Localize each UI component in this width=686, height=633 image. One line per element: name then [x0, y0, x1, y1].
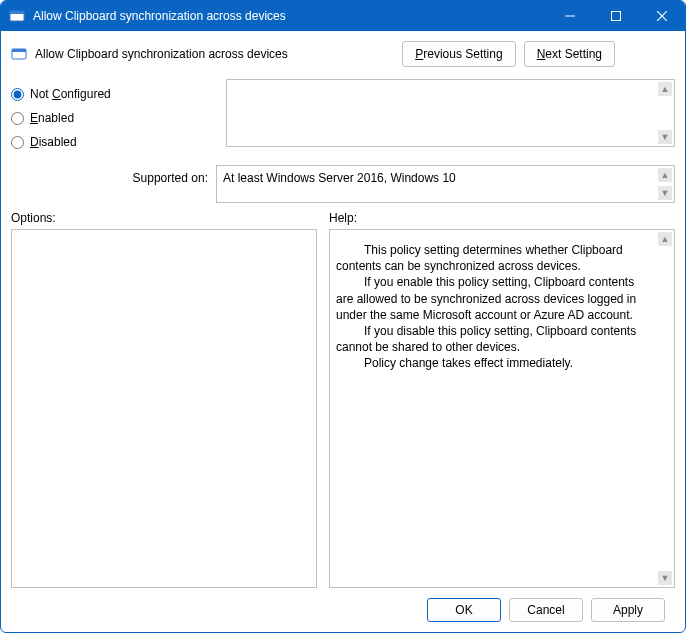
window: Allow Clipboard synchronization across d…	[0, 0, 686, 633]
window-title: Allow Clipboard synchronization across d…	[33, 9, 547, 23]
help-text-3: If you disable this policy setting, Clip…	[336, 323, 654, 355]
apply-button[interactable]: Apply	[591, 598, 665, 622]
svg-rect-1	[10, 11, 24, 14]
help-panel: This policy setting determines whether C…	[329, 229, 675, 588]
help-header: Help:	[329, 211, 675, 225]
comment-box[interactable]: ▲ ▼	[226, 79, 675, 147]
options-header: Options:	[11, 211, 317, 225]
supported-on-value: At least Windows Server 2016, Windows 10	[223, 171, 456, 185]
radio-enabled[interactable]: Enabled	[11, 111, 216, 125]
state-radios: Not Configured Enabled Disabled	[11, 79, 216, 159]
maximize-button[interactable]	[593, 1, 639, 31]
scroll-down-icon[interactable]: ▼	[658, 130, 672, 144]
cancel-button[interactable]: Cancel	[509, 598, 583, 622]
radio-disabled-input[interactable]	[11, 136, 24, 149]
content: Allow Clipboard synchronization across d…	[1, 31, 685, 632]
policy-icon	[9, 8, 25, 24]
previous-setting-button[interactable]: Previous Setting	[402, 41, 515, 67]
radio-enabled-input[interactable]	[11, 112, 24, 125]
scroll-down-icon[interactable]: ▼	[658, 186, 672, 200]
dialog-footer: OK Cancel Apply	[11, 588, 675, 632]
supported-on-value-box: At least Windows Server 2016, Windows 10…	[216, 165, 675, 203]
policy-name-label: Allow Clipboard synchronization across d…	[35, 47, 402, 61]
minimize-button[interactable]	[547, 1, 593, 31]
policy-icon	[11, 46, 27, 62]
close-button[interactable]	[639, 1, 685, 31]
radio-disabled[interactable]: Disabled	[11, 135, 216, 149]
svg-rect-3	[612, 12, 621, 21]
ok-button[interactable]: OK	[427, 598, 501, 622]
scroll-up-icon[interactable]: ▲	[658, 168, 672, 182]
radio-not-configured-input[interactable]	[11, 88, 24, 101]
svg-rect-7	[12, 49, 26, 52]
help-text-4: Policy change takes effect immediately.	[336, 355, 654, 371]
titlebar: Allow Clipboard synchronization across d…	[1, 1, 685, 31]
options-panel	[11, 229, 317, 588]
scroll-down-icon[interactable]: ▼	[658, 571, 672, 585]
next-setting-button[interactable]: Next Setting	[524, 41, 615, 67]
scroll-up-icon[interactable]: ▲	[658, 232, 672, 246]
radio-not-configured[interactable]: Not Configured	[11, 87, 216, 101]
help-text-1: This policy setting determines whether C…	[336, 242, 654, 274]
supported-on-label: Supported on:	[11, 165, 216, 185]
scroll-up-icon[interactable]: ▲	[658, 82, 672, 96]
help-text-2: If you enable this policy setting, Clipb…	[336, 274, 654, 323]
